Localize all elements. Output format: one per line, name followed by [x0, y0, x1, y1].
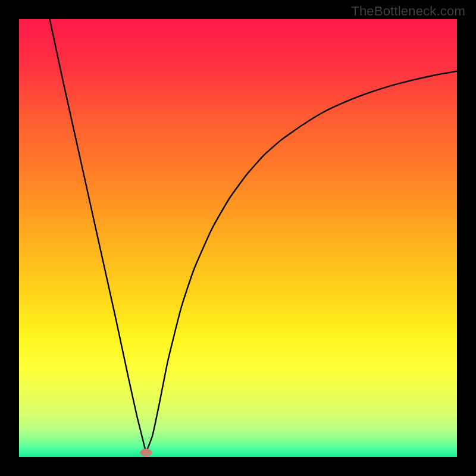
chart-svg [19, 19, 457, 457]
gradient-background [19, 19, 457, 457]
watermark-text: TheBottleneck.com [351, 4, 465, 19]
minimum-marker [140, 449, 152, 456]
chart-frame: TheBottleneck.com [0, 0, 476, 476]
plot-area [19, 19, 457, 457]
